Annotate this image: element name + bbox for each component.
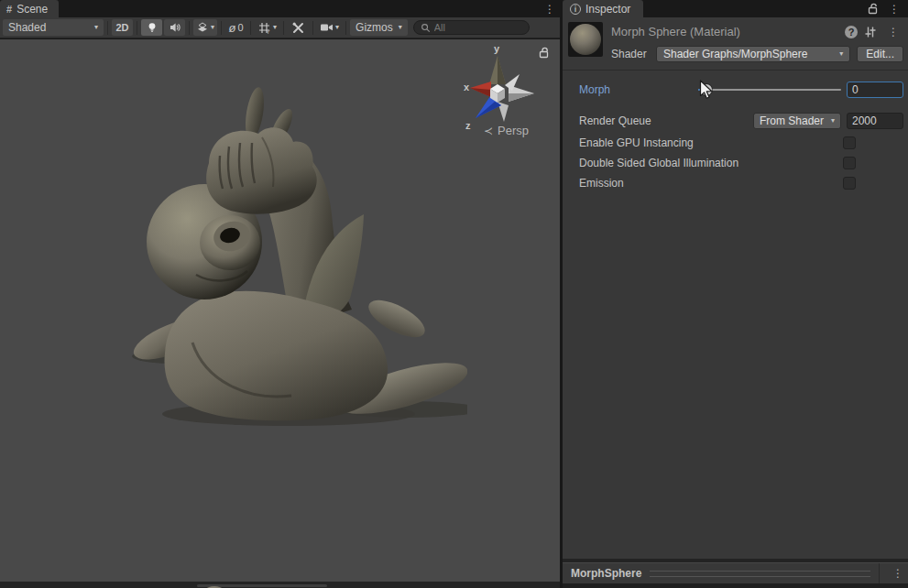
inspector-menu-kebab-icon[interactable]: ⋮ bbox=[884, 3, 904, 16]
toolbar-divider bbox=[345, 21, 346, 35]
search-icon bbox=[421, 23, 431, 33]
morph-slider[interactable] bbox=[698, 81, 841, 99]
inspector-tab-label: Inspector bbox=[585, 3, 630, 16]
grid-visibility-button[interactable]: Y ▾ bbox=[255, 19, 279, 36]
shader-label: Shader bbox=[611, 48, 650, 60]
audio-toggle-button[interactable] bbox=[164, 19, 185, 36]
axis-z-label: z bbox=[465, 120, 471, 131]
gpu-instancing-label: Enable GPU Instancing bbox=[579, 136, 843, 149]
double-sided-gi-checkbox[interactable] bbox=[843, 157, 856, 169]
shader-edit-button[interactable]: Edit... bbox=[857, 46, 903, 62]
speaker-icon bbox=[169, 21, 181, 34]
morph-label: Morph bbox=[579, 83, 698, 96]
scene-effects-button[interactable]: ▾ bbox=[193, 19, 217, 36]
material-kebab-icon[interactable]: ⋮ bbox=[883, 26, 903, 38]
component-tools-button[interactable] bbox=[288, 19, 309, 36]
grid-icon: Y bbox=[257, 21, 271, 35]
projection-toggle[interactable]: ≺ Persp bbox=[484, 124, 529, 137]
scrollbar-thumb[interactable] bbox=[197, 584, 327, 587]
toolbar-divider bbox=[107, 21, 108, 35]
gizmos-label: Gizmos bbox=[356, 21, 393, 34]
scene-viewport[interactable]: y x z bbox=[0, 39, 560, 582]
tools-icon bbox=[291, 21, 305, 35]
toolbar-divider bbox=[189, 21, 190, 35]
morph-property-row: Morph bbox=[579, 81, 903, 99]
scene-tab-label: Scene bbox=[16, 3, 48, 16]
preview-title: MorphSphere bbox=[571, 567, 641, 580]
drag-handle[interactable] bbox=[650, 571, 870, 577]
horizontal-scrollbar[interactable] bbox=[0, 582, 560, 588]
preview-header-bar[interactable]: MorphSphere ⋮ bbox=[563, 562, 908, 583]
preview-kebab-icon[interactable]: ⋮ bbox=[888, 567, 908, 580]
toolbar-divider bbox=[283, 21, 284, 35]
scene-search-field[interactable] bbox=[413, 20, 530, 35]
chevron-down-icon[interactable]: ▾ bbox=[273, 24, 277, 31]
draw-mode-value: Shaded bbox=[8, 21, 91, 34]
gizmos-dropdown[interactable]: Gizmos ▾ bbox=[350, 19, 408, 36]
morph-value-field[interactable] bbox=[847, 82, 903, 98]
camera-icon bbox=[320, 22, 334, 33]
hidden-object-count: 0 bbox=[237, 22, 243, 33]
double-sided-gi-label: Double Sided Global Illumination bbox=[579, 157, 843, 169]
gpu-instancing-row: Enable GPU Instancing bbox=[579, 133, 903, 153]
toolbar-divider bbox=[221, 21, 222, 35]
projection-label: Persp bbox=[498, 124, 529, 137]
render-queue-label: Render Queue bbox=[579, 114, 753, 127]
chevron-down-icon[interactable]: ▾ bbox=[335, 24, 339, 31]
axis-x-label: x bbox=[464, 82, 470, 93]
chevron-down-icon[interactable]: ▾ bbox=[211, 24, 214, 31]
viewport-lock-icon[interactable] bbox=[539, 47, 550, 59]
material-preview-thumbnail[interactable] bbox=[568, 22, 603, 57]
window-bottom-edge bbox=[563, 583, 908, 588]
material-properties: Morph Render Queue From Shader ▾ Enable … bbox=[563, 71, 908, 193]
tab-scene[interactable]: # Scene bbox=[0, 0, 59, 17]
render-queue-value-field[interactable] bbox=[847, 113, 903, 129]
render-queue-row: Render Queue From Shader ▾ bbox=[579, 112, 903, 130]
inspector-unlock-icon[interactable] bbox=[868, 3, 879, 15]
shader-dropdown[interactable]: Shader Graphs/MorphSphere ▾ bbox=[656, 46, 850, 62]
scene-toolbar: Shaded ▾ 2D bbox=[0, 17, 560, 38]
svg-text:Y: Y bbox=[267, 29, 270, 35]
emission-row: Emission bbox=[579, 173, 903, 193]
toggle-2d-button[interactable]: 2D bbox=[112, 19, 133, 36]
scene-visibility-button[interactable]: ø 0 bbox=[225, 19, 246, 36]
render-queue-dropdown[interactable]: From Shader ▾ bbox=[753, 113, 841, 129]
slider-track[interactable] bbox=[698, 89, 841, 91]
scene-camera-button[interactable]: ▾ bbox=[317, 19, 342, 36]
info-icon: i bbox=[570, 4, 581, 15]
shader-dropdown-value: Shader Graphs/MorphSphere bbox=[663, 48, 836, 60]
unity-editor-window: # Scene ⋮ Shaded ▾ 2D bbox=[0, 0, 908, 588]
tab-inspector[interactable]: i Inspector bbox=[563, 0, 643, 17]
slider-handle[interactable] bbox=[701, 84, 712, 95]
effects-icon bbox=[196, 21, 209, 34]
scene-grid-icon: # bbox=[6, 4, 12, 15]
lightbulb-icon bbox=[146, 21, 159, 34]
inspector-tab-bar: i Inspector ⋮ bbox=[563, 0, 908, 17]
material-title: Morph Sphere (Material) bbox=[611, 25, 838, 38]
help-icon[interactable]: ? bbox=[845, 26, 858, 38]
scene-tab-bar: # Scene ⋮ bbox=[0, 0, 560, 17]
scene-menu-kebab-icon[interactable]: ⋮ bbox=[540, 3, 560, 16]
scene-lighting-button[interactable] bbox=[141, 19, 162, 36]
draw-mode-dropdown[interactable]: Shaded ▾ bbox=[3, 19, 104, 36]
toolbar-divider bbox=[250, 21, 251, 35]
morph-sphere-model[interactable] bbox=[101, 79, 467, 436]
chevron-down-icon: ▾ bbox=[94, 24, 98, 31]
emission-checkbox[interactable] bbox=[843, 177, 856, 190]
toolbar-divider bbox=[137, 21, 137, 35]
emission-label: Emission bbox=[579, 177, 843, 190]
gpu-instancing-checkbox[interactable] bbox=[843, 136, 856, 149]
toolbar-divider bbox=[312, 21, 313, 35]
toggle-2d-label: 2D bbox=[115, 22, 128, 33]
persp-frustum-icon: ≺ bbox=[484, 125, 493, 137]
search-input[interactable] bbox=[434, 22, 522, 33]
chevron-down-icon: ▾ bbox=[839, 50, 843, 58]
render-queue-mode: From Shader bbox=[760, 114, 827, 127]
presets-icon[interactable] bbox=[864, 26, 877, 38]
preview-divider bbox=[879, 563, 880, 583]
axis-y-label: y bbox=[494, 43, 500, 54]
inspector-panel: i Inspector ⋮ Morph Sphere (Material) ? bbox=[560, 0, 908, 588]
material-preview-section: MorphSphere ⋮ bbox=[563, 559, 908, 588]
scene-panel: # Scene ⋮ Shaded ▾ 2D bbox=[0, 0, 560, 588]
chevron-down-icon: ▾ bbox=[399, 24, 402, 31]
